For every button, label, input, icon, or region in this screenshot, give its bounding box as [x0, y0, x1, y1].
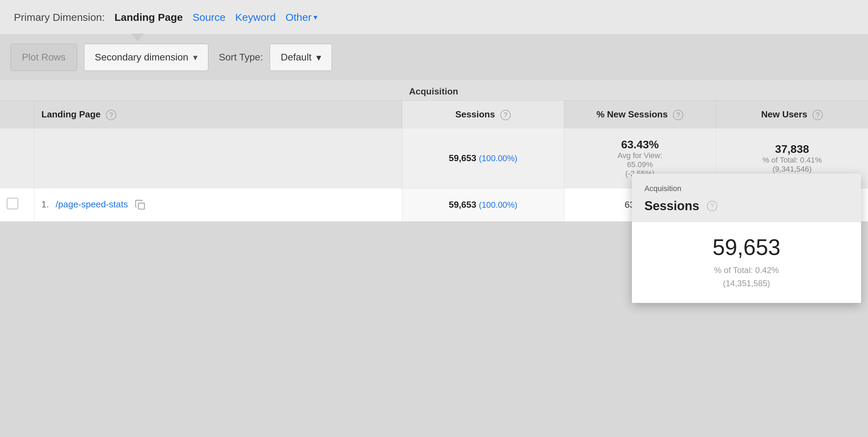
summary-sessions-cell: 59,653 (100.00%)	[402, 129, 564, 188]
row-checkbox[interactable]	[7, 198, 18, 209]
tooltip-help-icon[interactable]: ?	[707, 201, 717, 211]
new-users-header-label: New Users	[761, 109, 807, 119]
source-link[interactable]: Source	[192, 11, 225, 23]
default-sort-button[interactable]: Default ▾	[270, 44, 332, 71]
plot-rows-button[interactable]: Plot Rows	[10, 44, 77, 71]
copy-icon[interactable]	[135, 199, 146, 211]
row-sessions-cell: 59,653 (100.00%)	[402, 188, 564, 222]
summary-check-cell	[0, 129, 34, 188]
tooltip-sub-text: % of Total: 0.42% (14,351,585)	[644, 264, 849, 290]
secondary-dim-arrow-icon: ▾	[193, 52, 198, 63]
keyword-link[interactable]: Keyword	[235, 11, 276, 23]
header-new-users: New Users ?	[716, 101, 868, 129]
primary-dimension-bar: Primary Dimension: Landing Page Source K…	[0, 0, 868, 35]
triangle-pointer	[131, 34, 144, 41]
landing-page-header-label: Landing Page	[41, 109, 100, 119]
tooltip-header: Acquisition Sessions ?	[632, 174, 861, 222]
primary-dimension-label: Primary Dimension:	[14, 11, 105, 23]
summary-new-users-sub: % of Total: 0.41% (9,341,546)	[723, 156, 861, 174]
new-users-help-icon[interactable]: ?	[812, 110, 823, 120]
tooltip-metric-name: Sessions	[644, 199, 699, 213]
landing-page-link[interactable]: /page-speed-stats	[56, 199, 128, 209]
tooltip-metric-row: Sessions ?	[644, 199, 849, 213]
sessions-help-icon[interactable]: ?	[500, 110, 511, 120]
header-landing-page: Landing Page ?	[34, 101, 402, 129]
row-landing-cell: 1. /page-speed-stats	[34, 188, 402, 222]
row-number: 1.	[41, 199, 49, 209]
header-pct-new: % New Sessions ?	[564, 101, 716, 129]
tooltip-sub-text2: (14,351,585)	[723, 279, 770, 288]
tooltip-body: 59,653 % of Total: 0.42% (14,351,585)	[632, 222, 861, 303]
acquisition-spacer	[0, 80, 402, 101]
row-sessions-pct: (100.00%)	[479, 200, 517, 209]
pct-new-header-label: % New Sessions	[596, 109, 668, 119]
other-dropdown-arrow: ▾	[314, 13, 317, 22]
other-link-text: Other	[285, 11, 311, 23]
new-users-sub-value: (9,341,546)	[773, 165, 812, 173]
secondary-dimension-label: Secondary dimension	[95, 52, 188, 63]
sort-type-label: Sort Type:	[219, 52, 263, 63]
header-check	[0, 101, 34, 129]
default-sort-label: Default	[281, 52, 311, 63]
tooltip-acquisition-label: Acquisition	[644, 184, 849, 193]
summary-new-users-value: 37,838	[723, 143, 861, 156]
other-link[interactable]: Other ▾	[285, 11, 317, 23]
tooltip-main-value: 59,653	[644, 234, 849, 260]
pct-new-help-icon[interactable]: ?	[673, 110, 683, 120]
row-sessions-value: 59,653	[449, 199, 476, 210]
summary-label-cell	[34, 129, 402, 188]
row-check-cell[interactable]	[0, 188, 34, 222]
avg-for-view-label: Avg for View:	[618, 151, 662, 160]
tooltip-popup: Acquisition Sessions ? 59,653 % of Total…	[632, 174, 861, 303]
avg-for-view-value: 65.09%	[627, 160, 653, 169]
primary-dimension-active: Landing Page	[115, 11, 183, 23]
svg-rect-0	[138, 203, 144, 209]
summary-sessions-value: 59,653	[449, 153, 476, 163]
summary-sessions-pct: (100.00%)	[479, 154, 517, 163]
secondary-dimension-button[interactable]: Secondary dimension ▾	[84, 44, 208, 71]
default-sort-arrow-icon: ▾	[316, 52, 321, 63]
summary-pct-new-value: 63.43%	[571, 138, 709, 151]
landing-page-help-icon[interactable]: ?	[106, 110, 116, 120]
data-table-wrapper: Acquisition Landing Page ? Sessions ? % …	[0, 80, 868, 222]
acquisition-label: Acquisition	[402, 80, 868, 101]
tooltip-sub-text1: % of Total: 0.42%	[714, 265, 779, 275]
toolbar-row: Plot Rows Secondary dimension ▾ Sort Typ…	[0, 35, 868, 80]
new-users-sub-label: % of Total: 0.41%	[762, 156, 822, 164]
header-sessions: Sessions ?	[402, 101, 564, 129]
sessions-header-label: Sessions	[456, 109, 495, 119]
